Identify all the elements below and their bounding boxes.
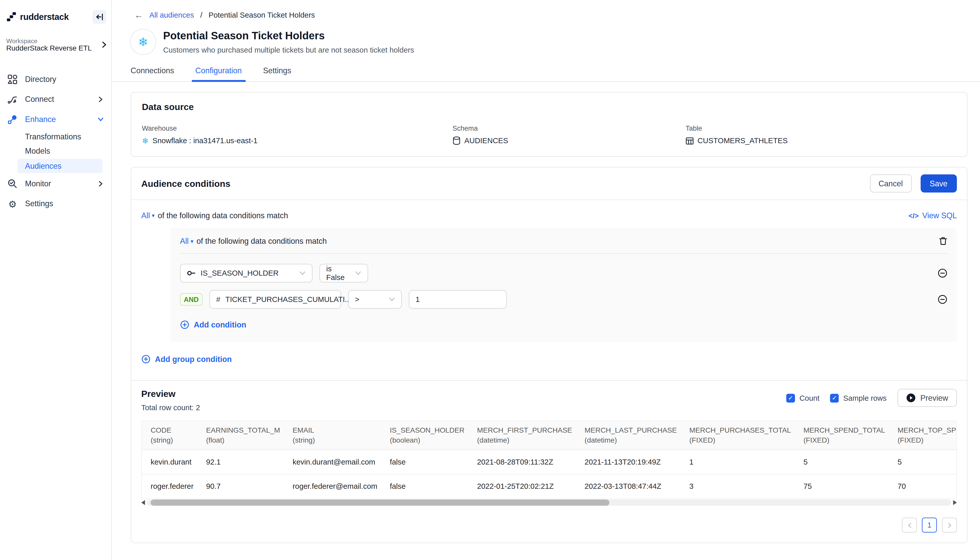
group-match-type-value: All	[180, 237, 189, 245]
chevron-down-icon	[98, 117, 104, 123]
table-cell: 90.7	[200, 474, 286, 499]
sidebar-item-label: Directory	[25, 75, 104, 84]
column-header: EMAIL(string)	[286, 422, 384, 450]
table-cell: 92.1	[200, 450, 286, 474]
sidebar-item-settings[interactable]: ⚙ Settings	[0, 194, 111, 213]
sidebar-item-transformations[interactable]: Transformations	[0, 129, 111, 144]
app-root: rudderstack Workspace RudderStack Revers…	[0, 0, 980, 560]
sidebar-nav: Directory Connect Enhance	[0, 70, 111, 214]
sidebar-item-monitor[interactable]: Monitor	[0, 174, 111, 194]
remove-condition-button[interactable]	[937, 294, 947, 304]
scrollbar-thumb[interactable]	[151, 500, 609, 506]
chevron-down-icon	[355, 270, 361, 276]
scroll-right-arrow-icon[interactable]	[953, 500, 957, 505]
table-row: roger.federer90.7roger.federer@email.com…	[142, 474, 957, 499]
caret-down-icon: ▾	[191, 238, 193, 244]
rudderstack-logo-icon	[6, 12, 16, 22]
sidebar-item-label: Settings	[25, 199, 104, 208]
snowflake-icon: ❄	[142, 137, 149, 145]
chevron-right-icon	[98, 96, 104, 102]
chevron-down-icon	[299, 270, 306, 276]
sidebar-item-audiences[interactable]: Audiences	[18, 159, 103, 173]
sidebar-item-connect[interactable]: Connect	[0, 89, 111, 109]
rudderstack-logo: rudderstack	[6, 12, 69, 22]
field-value: TICKET_PURCHASES_CUMULATI...	[225, 295, 351, 304]
operator-select[interactable]: is False	[319, 264, 368, 282]
table-label: Table	[686, 124, 956, 132]
workspace-switcher[interactable]: Workspace RudderStack Reverse ETL Den	[0, 24, 111, 52]
caret-down-icon: ▾	[152, 213, 155, 219]
hash-icon: #	[216, 295, 220, 304]
plus-circle-icon	[141, 355, 151, 364]
field-select[interactable]: IS_SEASON_HOLDER	[180, 264, 312, 282]
preview-table-wrapper: CODE(string)EARNINGS_TOTAL_M(float)EMAIL…	[141, 421, 957, 499]
remove-condition-button[interactable]	[937, 268, 947, 278]
collapse-sidebar-icon	[95, 13, 104, 21]
trash-icon	[938, 237, 947, 246]
connect-icon	[7, 95, 17, 104]
condition-value-input[interactable]	[409, 290, 507, 308]
preview-button-label: Preview	[920, 393, 948, 402]
tab-bar: Connections Configuration Settings	[112, 55, 980, 82]
preview-section: Preview Total row count: 2 ✓ Count ✓ Sam…	[131, 380, 967, 542]
save-button[interactable]: Save	[920, 174, 957, 192]
table-cell: roger.federer@email.com	[286, 474, 384, 499]
sidebar-item-directory[interactable]: Directory	[0, 70, 111, 89]
cancel-button[interactable]: Cancel	[870, 174, 912, 192]
group-match-text: of the following data conditions match	[196, 237, 327, 245]
tab-settings[interactable]: Settings	[263, 67, 291, 82]
preview-button[interactable]: Preview	[897, 389, 957, 407]
checkbox-check-icon: ✓	[786, 393, 795, 402]
data-source-card: Data source Warehouse ❄ Snowflake : ina3…	[131, 92, 967, 157]
add-condition-button[interactable]: Add condition	[180, 320, 246, 330]
column-header: IS_SEASON_HOLDER(boolean)	[384, 422, 471, 450]
enhance-icon	[7, 114, 17, 124]
sidebar-item-models[interactable]: Models	[0, 144, 111, 158]
horizontal-scrollbar	[141, 499, 957, 506]
page-number-button[interactable]: 1	[922, 518, 937, 533]
match-type-value: All	[141, 211, 150, 220]
group-match-type-select[interactable]: All ▾	[180, 237, 193, 245]
next-page-button[interactable]	[942, 518, 957, 533]
conditions-title: Audience conditions	[141, 178, 230, 188]
table-cell: 2021-11-13T20:19:49Z	[578, 450, 683, 474]
scrollbar-track[interactable]	[147, 500, 952, 506]
audience-avatar: ❄	[130, 29, 156, 55]
operator-select[interactable]: >	[348, 290, 402, 308]
condition-row: AND # TICKET_PURCHASES_CUMULATI... >	[180, 290, 947, 308]
table-cell: false	[384, 474, 471, 499]
workspace-label: Workspace	[6, 38, 92, 44]
field-select[interactable]: # TICKET_PURCHASES_CUMULATI...	[209, 290, 341, 308]
table-cell: 2022-01-25T20:02:21Z	[471, 474, 578, 499]
previous-page-button[interactable]	[902, 518, 917, 533]
add-group-condition-label: Add group condition	[155, 355, 232, 363]
sidebar-item-label: Enhance	[25, 115, 90, 124]
tab-configuration[interactable]: Configuration	[195, 67, 242, 82]
table-cell: kevin.durant@email.com	[286, 450, 384, 474]
condition-group: All ▾ of the following data conditions m…	[171, 228, 957, 342]
breadcrumb-current: Potential Season Ticket Holders	[208, 11, 315, 19]
add-group-condition-button[interactable]: Add group condition	[141, 355, 232, 364]
scroll-left-arrow-icon[interactable]	[141, 500, 145, 505]
match-type-select[interactable]: All ▾	[141, 211, 155, 220]
tab-connections[interactable]: Connections	[131, 67, 174, 82]
schema-label: Schema	[453, 124, 686, 132]
and-badge: AND	[180, 293, 202, 306]
table-cell: 5	[891, 450, 957, 474]
preview-table: CODE(string)EARNINGS_TOTAL_M(float)EMAIL…	[142, 422, 957, 499]
match-text: of the following data conditions match	[158, 211, 288, 220]
count-checkbox[interactable]: ✓ Count	[786, 393, 819, 402]
warehouse-value: Snowflake : ina31471.us-east-1	[152, 136, 258, 145]
workspace-name: RudderStack Reverse ETL Den	[6, 44, 92, 52]
delete-group-button[interactable]	[938, 237, 947, 246]
sidebar: rudderstack Workspace RudderStack Revers…	[0, 0, 112, 560]
gear-icon: ⚙	[7, 199, 17, 209]
back-arrow-icon[interactable]: ←	[135, 10, 143, 20]
page-title: Potential Season Ticket Holders	[163, 30, 414, 42]
sample-rows-checkbox[interactable]: ✓ Sample rows	[830, 393, 887, 402]
sidebar-item-enhance[interactable]: Enhance	[0, 110, 111, 129]
view-sql-link[interactable]: </> View SQL	[908, 211, 957, 220]
pagination: 1	[141, 518, 957, 533]
collapse-sidebar-button[interactable]	[92, 10, 106, 24]
breadcrumb-all-audiences-link[interactable]: All audiences	[149, 11, 194, 19]
